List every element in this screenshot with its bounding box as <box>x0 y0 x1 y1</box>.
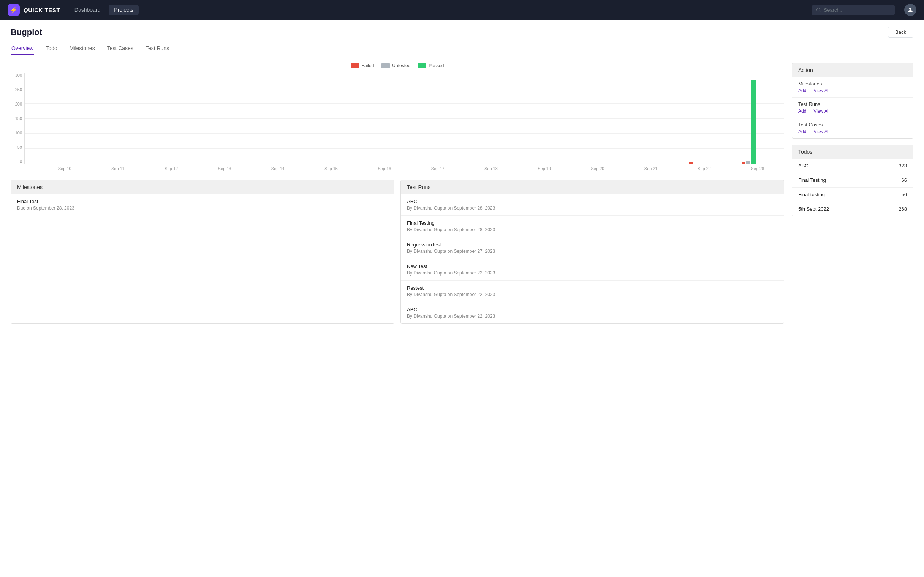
tab-overview[interactable]: Overview <box>11 42 34 55</box>
bar-sep22 <box>689 162 693 164</box>
logo-icon: ⚡ <box>8 4 20 16</box>
passed-legend-dot <box>418 63 426 68</box>
failed-legend-label: Failed <box>362 63 374 68</box>
todo-row-2[interactable]: Final testing 56 <box>792 187 913 202</box>
test-run-item-0[interactable]: ABC By Divanshu Gupta on September 28, 2… <box>401 194 784 216</box>
app-name: QUICK TEST <box>24 7 60 13</box>
test-run-item-2[interactable]: RegressionTest By Divanshu Gupta on Sept… <box>401 237 784 259</box>
milestones-add-link[interactable]: Add <box>798 88 806 93</box>
todo-count-2: 56 <box>901 192 907 197</box>
svg-point-2 <box>909 8 911 10</box>
search-input[interactable] <box>824 7 890 13</box>
tab-test-runs[interactable]: Test Runs <box>145 42 170 55</box>
action-test-cases-label: Test Cases <box>798 122 907 127</box>
action-test-runs-links: Add | View All <box>798 108 907 114</box>
action-test-cases-links: Add | View All <box>798 129 907 134</box>
action-section-header: Action <box>792 63 913 77</box>
test-run-title-2: RegressionTest <box>407 242 778 248</box>
chart-legend: Failed Untested Passed <box>11 63 784 68</box>
failed-legend-dot <box>351 63 359 68</box>
sidebar: Action Milestones Add | View All Test Ru… <box>792 63 913 324</box>
todo-name-2: Final testing <box>798 192 825 197</box>
action-milestones-label: Milestones <box>798 81 907 87</box>
test-runs-panel: Test Runs ABC By Divanshu Gupta on Septe… <box>401 180 784 324</box>
milestones-panel: Milestones Final Test Due on September 2… <box>11 180 394 324</box>
test-run-title-1: Final Testing <box>407 220 778 226</box>
todo-name-0: ABC <box>798 163 809 169</box>
action-test-cases: Test Cases Add | View All <box>792 118 913 138</box>
back-button[interactable]: Back <box>888 27 913 37</box>
tab-milestones[interactable]: Milestones <box>69 42 96 55</box>
passed-legend-label: Passed <box>428 63 444 68</box>
todo-count-0: 323 <box>898 163 907 169</box>
action-test-runs-label: Test Runs <box>798 102 907 107</box>
bugplot-chart: Failed Untested Passed 0 50 100 150 200 … <box>11 63 784 171</box>
todo-name-3: 5th Sept 2022 <box>798 206 829 212</box>
test-runs-add-link[interactable]: Add <box>798 108 806 114</box>
untested-legend-label: Untested <box>392 63 410 68</box>
milestones-panel-body: Final Test Due on September 28, 2023 <box>11 194 394 215</box>
todo-count-3: 268 <box>898 206 907 212</box>
app-logo[interactable]: ⚡ QUICK TEST <box>8 4 60 16</box>
test-run-sub-2: By Divanshu Gupta on September 27, 2023 <box>407 249 778 254</box>
milestone-title-0: Final Test <box>17 198 388 204</box>
test-run-item-5[interactable]: ABC By Divanshu Gupta on September 22, 2… <box>401 302 784 324</box>
todo-row-0[interactable]: ABC 323 <box>792 159 913 173</box>
test-run-sub-0: By Divanshu Gupta on September 28, 2023 <box>407 205 778 211</box>
test-runs-panel-body: ABC By Divanshu Gupta on September 28, 2… <box>401 194 784 324</box>
action-milestones: Milestones Add | View All <box>792 77 913 98</box>
test-run-sub-1: By Divanshu Gupta on September 28, 2023 <box>407 227 778 232</box>
todos-section: Todos ABC 323 Final Testing 66 Final tes… <box>792 145 913 216</box>
search-icon <box>816 7 821 13</box>
milestones-viewall-link[interactable]: View All <box>813 88 829 93</box>
chart-bars <box>25 73 784 164</box>
test-run-title-0: ABC <box>407 198 778 204</box>
svg-point-0 <box>817 8 820 11</box>
milestone-item-0[interactable]: Final Test Due on September 28, 2023 <box>11 194 394 215</box>
svg-line-1 <box>819 11 820 11</box>
test-run-sub-4: By Divanshu Gupta on September 22, 2023 <box>407 292 778 297</box>
test-run-title-5: ABC <box>407 307 778 313</box>
bar-sep28 <box>741 80 756 164</box>
chart-area <box>24 73 784 164</box>
x-axis: Sep 10 Sep 11 Sep 12 Sep 13 Sep 14 Sep 1… <box>38 164 784 171</box>
action-section: Action Milestones Add | View All Test Ru… <box>792 63 913 139</box>
test-cases-add-link[interactable]: Add <box>798 129 806 134</box>
test-run-sub-3: By Divanshu Gupta on September 22, 2023 <box>407 270 778 276</box>
tabs-bar: Overview Todo Milestones Test Cases Test… <box>0 37 924 55</box>
nav-projects[interactable]: Projects <box>109 5 139 15</box>
untested-legend-dot <box>381 63 390 68</box>
search-box <box>811 5 895 15</box>
todo-name-1: Final Testing <box>798 177 826 183</box>
tab-todo[interactable]: Todo <box>45 42 58 55</box>
avatar[interactable] <box>904 4 916 16</box>
bottom-panels: Milestones Final Test Due on September 2… <box>11 180 784 324</box>
test-run-sub-5: By Divanshu Gupta on September 22, 2023 <box>407 314 778 319</box>
test-run-title-4: Restest <box>407 285 778 291</box>
action-milestones-links: Add | View All <box>798 88 907 93</box>
test-runs-viewall-link[interactable]: View All <box>813 108 829 114</box>
test-runs-panel-header: Test Runs <box>401 180 784 194</box>
action-test-runs: Test Runs Add | View All <box>792 98 913 118</box>
test-cases-viewall-link[interactable]: View All <box>813 129 829 134</box>
todo-count-1: 66 <box>901 177 907 183</box>
test-run-item-4[interactable]: Restest By Divanshu Gupta on September 2… <box>401 280 784 302</box>
todo-row-3[interactable]: 5th Sept 2022 268 <box>792 202 913 216</box>
todos-section-header: Todos <box>792 145 913 159</box>
tab-test-cases[interactable]: Test Cases <box>107 42 134 55</box>
test-run-item-1[interactable]: Final Testing By Divanshu Gupta on Septe… <box>401 216 784 237</box>
milestone-sub-0: Due on September 28, 2023 <box>17 205 388 211</box>
milestones-panel-header: Milestones <box>11 180 394 194</box>
test-run-title-3: New Test <box>407 263 778 269</box>
page-title: Bugplot <box>11 27 42 37</box>
nav-links: Dashboard Projects <box>69 5 139 15</box>
y-axis: 0 50 100 150 200 250 300 <box>11 73 24 164</box>
nav-dashboard[interactable]: Dashboard <box>69 5 106 15</box>
test-run-item-3[interactable]: New Test By Divanshu Gupta on September … <box>401 259 784 280</box>
todo-row-1[interactable]: Final Testing 66 <box>792 173 913 187</box>
